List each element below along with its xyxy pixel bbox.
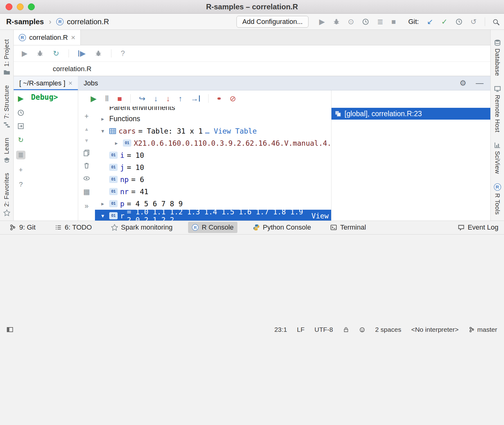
variable-row[interactable]: ▼cars = Table: 31 x 1 … View Table	[95, 125, 331, 137]
debug-icon[interactable]	[37, 50, 43, 57]
interpreter-widget[interactable]: <No interpreter>	[411, 326, 459, 333]
variable-row[interactable]: ▶Functions	[95, 113, 331, 125]
variable-row[interactable]: ▼01r = 1.0 1.1 1.2 1.3 1.4 1.5 1.6 1.7 1…	[95, 210, 331, 222]
history-icon[interactable]	[17, 109, 24, 116]
run-icon[interactable]: ▶	[22, 49, 27, 58]
readonly-lock-icon[interactable]	[343, 327, 349, 333]
add-watch-icon[interactable]: +	[84, 112, 88, 121]
pause-button[interactable]: ‖	[105, 94, 109, 103]
rerun-icon[interactable]: ↻	[18, 136, 24, 144]
close-window-button[interactable]	[6, 3, 12, 10]
indent-widget[interactable]: 2 spaces	[375, 326, 401, 333]
frame-row[interactable]: [global], correlation.R:23	[331, 108, 490, 120]
mute-breakpoints-button[interactable]: ⊘	[230, 94, 236, 103]
tool-window-button-6-todo[interactable]: 6: TODO	[51, 222, 96, 233]
console-tab-jobs[interactable]: Jobs	[78, 76, 103, 90]
rerun-icon[interactable]: ↻	[53, 49, 59, 58]
assistant-icon[interactable]	[359, 327, 365, 333]
tool-button-7-structure[interactable]: 7: Structure	[3, 85, 10, 128]
expand-arrow[interactable]: ▼	[99, 128, 107, 134]
close-tab-icon[interactable]: ×	[69, 79, 73, 87]
tool-button-r-tools[interactable]: RR Tools	[494, 183, 501, 215]
show-as-table-icon[interactable]: ▦	[83, 188, 90, 196]
settings-gear-icon[interactable]: ⚙	[460, 79, 466, 88]
history-icon[interactable]	[456, 18, 462, 25]
run-to-line-icon[interactable]: ▶	[78, 49, 86, 58]
profiler-icon[interactable]	[362, 18, 369, 25]
tool-button-learn[interactable]: Learn	[3, 138, 10, 163]
view-breakpoints-button[interactable]: ●●	[217, 95, 221, 102]
zoom-window-button[interactable]	[28, 3, 35, 10]
encoding-widget[interactable]: UTF-8	[314, 326, 333, 333]
variable-row[interactable]: 01nr = 41	[95, 185, 331, 198]
tool-window-button-9-git[interactable]: 9: Git	[6, 222, 39, 233]
run-to-cursor-button[interactable]: →	[191, 94, 200, 103]
update-project-icon[interactable]: ↙	[427, 17, 433, 26]
line-ending-widget[interactable]: LF	[297, 326, 305, 333]
toggle-tool-buttons-icon[interactable]	[7, 327, 13, 332]
tool-window-button-terminal[interactable]: Terminal	[326, 222, 370, 233]
more-actions-icon[interactable]: »	[85, 202, 89, 210]
variable-row[interactable]: 01np = 6	[95, 173, 331, 185]
console-tab-r-samples[interactable]: [ ~/R-samples ]×	[14, 76, 78, 90]
monitor-icon	[494, 85, 501, 92]
variable-row[interactable]: ▶01X21.0.6.160.0.110.0.3.9.2.62.16.46.V.…	[95, 137, 331, 149]
help-icon[interactable]: ?	[121, 49, 125, 58]
expand-arrow[interactable]: ▶	[112, 140, 120, 146]
caret-position-widget[interactable]: 23:1	[274, 326, 287, 333]
force-step-into-button[interactable]: ↓	[166, 94, 170, 103]
run-icon[interactable]: ▶	[319, 17, 325, 26]
tool-window-label: Terminal	[340, 223, 366, 231]
search-icon[interactable]	[493, 19, 498, 24]
move-up-icon[interactable]: ▲	[84, 126, 89, 132]
expand-arrow[interactable]: ▼	[99, 213, 107, 219]
clipped-group-row[interactable]: Parent environments	[95, 107, 331, 113]
copy-icon[interactable]	[83, 149, 90, 156]
expand-arrow[interactable]: ▶	[99, 116, 107, 122]
commit-icon[interactable]: ✓	[441, 17, 448, 26]
table-icon	[109, 128, 116, 135]
tool-button-sciview[interactable]: SciView	[494, 142, 501, 174]
editor-tab-correlation-r[interactable]: R correlation.R ×	[14, 30, 81, 45]
execute-icon[interactable]: ▶	[18, 94, 24, 103]
git-branch-widget[interactable]: master	[469, 326, 497, 333]
soft-wrap-icon[interactable]: ≣	[16, 151, 25, 159]
help-icon[interactable]: ?	[19, 181, 23, 189]
move-down-icon[interactable]: ▼	[84, 138, 89, 144]
tool-button-remote-host[interactable]: Remote Host	[494, 85, 501, 132]
watch-options-icon[interactable]	[83, 175, 90, 182]
step-into-button[interactable]: ↓	[154, 94, 158, 103]
coverage-icon[interactable]: ⊙	[348, 17, 354, 26]
variable-row[interactable]: 01i = 10	[95, 149, 331, 161]
debug-to-line-icon[interactable]	[95, 50, 102, 57]
delete-icon[interactable]	[83, 162, 90, 169]
view-link[interactable]: … View Table	[205, 127, 257, 135]
export-console-icon[interactable]	[17, 123, 24, 130]
breadcrumb-file[interactable]: correlation.R	[67, 17, 109, 26]
expand-arrow[interactable]: ▶	[99, 201, 107, 207]
run-list-icon[interactable]: ≣	[377, 17, 383, 26]
debug-icon[interactable]	[333, 18, 340, 25]
stop-icon[interactable]: ■	[391, 17, 396, 26]
step-over-button[interactable]: ↪	[139, 94, 146, 103]
rollback-icon[interactable]: ↺	[470, 17, 477, 26]
step-out-button[interactable]: ↑	[178, 94, 182, 103]
stop-button[interactable]: ■	[117, 94, 122, 103]
event-log-button[interactable]: Event Log	[458, 223, 498, 231]
tool-window-button-python-console[interactable]: Python Console	[249, 222, 315, 233]
resume-button[interactable]: ▶	[91, 94, 97, 103]
variable-row[interactable]: 01j = 10	[95, 161, 331, 173]
tool-window-button-spark-monitoring[interactable]: Spark monitoring	[107, 222, 176, 233]
tool-button-1-project[interactable]: 1: Project	[3, 39, 10, 76]
tool-button-2-favorites[interactable]: 2: Favorites	[3, 173, 10, 216]
breadcrumb-project[interactable]: R-samples	[6, 17, 44, 26]
close-tab-icon[interactable]: ×	[71, 33, 75, 42]
breadcrumb-file[interactable]: correlation.R	[53, 65, 92, 73]
add-icon[interactable]: +	[19, 166, 23, 174]
tool-window-button-r-console[interactable]: RR Console	[188, 222, 237, 233]
minimize-window-button[interactable]	[17, 3, 24, 10]
view-link[interactable]: View	[312, 212, 329, 220]
hide-panel-icon[interactable]: —	[476, 79, 484, 88]
add-configuration-button[interactable]: Add Configuration...	[236, 16, 308, 28]
tool-button-database[interactable]: Database	[494, 39, 501, 76]
